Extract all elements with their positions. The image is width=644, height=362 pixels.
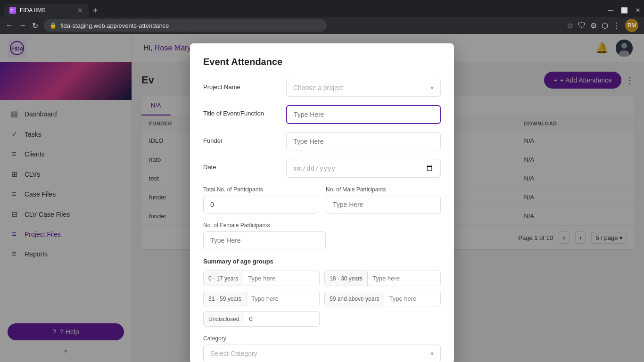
forward-btn[interactable]: → [19,21,26,30]
age-summary-label: Summary of age groups [203,258,441,265]
female-participants-section: No. of Female Participants [203,222,441,249]
funder-input[interactable] [286,132,441,150]
minimize-btn[interactable]: — [608,7,613,14]
female-participants-label: No. of Female Participants [203,222,441,229]
age-group-59-above: 59 and above years [324,291,441,306]
age-groups-grid: 0 - 17 years 18 - 30 years 31 - 59 years… [203,271,441,306]
browser-toolbar: ☆ 🛡 ⚙ ⬡ ⋮ RM [567,19,638,32]
maximize-btn[interactable]: ⬜ [621,7,628,14]
close-btn[interactable]: ✕ [636,7,640,14]
browser-profile[interactable]: RM [625,19,638,32]
male-participants-group: No. of Male Participants [326,186,441,214]
menu-icon[interactable]: ⋮ [613,21,620,30]
age-label-31-59: 31 - 59 years [204,292,247,306]
age-input-31-59[interactable] [247,291,319,306]
project-name-placeholder: Choose a project [293,84,343,91]
category-select[interactable]: Select Category ▾ [203,345,441,362]
total-participants-label: Total No. of Participants [203,186,318,193]
svg-text:F: F [10,8,13,13]
age-summary-section: Summary of age groups 0 - 17 years 18 - … [203,258,441,327]
male-participants-input[interactable] [326,196,441,214]
age-input-59-above[interactable] [384,291,440,306]
tab-favicon: F [9,7,16,14]
category-placeholder: Select Category [210,350,257,357]
form-row-project: Project Name Choose a project ▾ [203,79,441,97]
date-input[interactable] [286,159,441,178]
back-btn[interactable]: ← [6,21,13,30]
female-participants-input[interactable] [203,231,326,249]
age-input-0-17[interactable] [243,271,319,286]
male-participants-label: No. of Male Participants [326,186,441,193]
event-title-label: Title of Event/Function [203,105,279,117]
undisclosed-label: Undisclosed [204,312,244,326]
form-row-date: Date [203,159,441,178]
total-participants-input[interactable] [203,196,318,214]
project-name-select[interactable]: Choose a project ▾ [286,79,441,97]
url-bar[interactable]: 🔒 fida-staging.web.app/events-attendance [44,19,327,32]
age-group-31-59: 31 - 59 years [203,291,320,306]
lock-icon: 🔒 [50,22,57,29]
dropdown-arrow: ▾ [430,84,434,91]
age-label-59-above: 59 and above years [325,292,384,306]
age-input-18-30[interactable] [368,271,440,286]
event-attendance-modal: Event Attendance Project Name Choose a p… [190,43,454,362]
tab-close-btn[interactable]: ✕ [77,7,83,14]
window-controls: — ⬜ ✕ [608,7,640,14]
category-section: Category Select Category ▾ [203,335,441,362]
ext-icon-1[interactable]: 🛡 [578,21,586,30]
date-label: Date [203,159,279,171]
ext-icon-2[interactable]: ⚙ [590,21,597,30]
bookmark-icon[interactable]: ☆ [567,21,573,30]
participants-row: Total No. of Participants No. of Male Pa… [203,186,441,214]
form-row-funder: Funder [203,132,441,150]
undisclosed-input[interactable] [244,312,320,326]
modal-title: Event Attendance [203,57,441,67]
age-group-0-17: 0 - 17 years [203,271,320,286]
url-text: fida-staging.web.app/events-attendance [60,22,169,29]
tab-title: FIDA IIMS [20,7,46,14]
participants-section: Total No. of Participants No. of Male Pa… [203,186,441,214]
reload-btn[interactable]: ↻ [32,21,38,30]
age-label-18-30: 18 - 30 years [325,272,368,286]
category-dropdown-arrow: ▾ [430,350,434,357]
browser-chrome: F FIDA IIMS ✕ + — ⬜ ✕ ← → ↻ 🔒 fida-stagi… [0,0,644,34]
tab-bar: F FIDA IIMS ✕ + — ⬜ ✕ [0,0,644,17]
form-row-event-title: Title of Event/Function [203,105,441,124]
new-tab-button[interactable]: + [89,5,102,16]
address-bar: ← → ↻ 🔒 fida-staging.web.app/events-atte… [0,17,644,34]
ext-icon-3[interactable]: ⬡ [602,21,608,30]
total-participants-group: Total No. of Participants [203,186,318,214]
modal-overlay: Event Attendance Project Name Choose a p… [0,34,644,362]
undisclosed-row: Undisclosed [203,311,320,327]
project-name-label: Project Name [203,79,279,90]
age-group-18-30: 18 - 30 years [324,271,441,286]
age-label-0-17: 0 - 17 years [204,272,243,286]
event-title-input[interactable] [286,105,441,124]
category-label: Category [203,335,441,342]
funder-label: Funder [203,132,279,144]
active-tab[interactable]: F FIDA IIMS ✕ [4,4,89,17]
